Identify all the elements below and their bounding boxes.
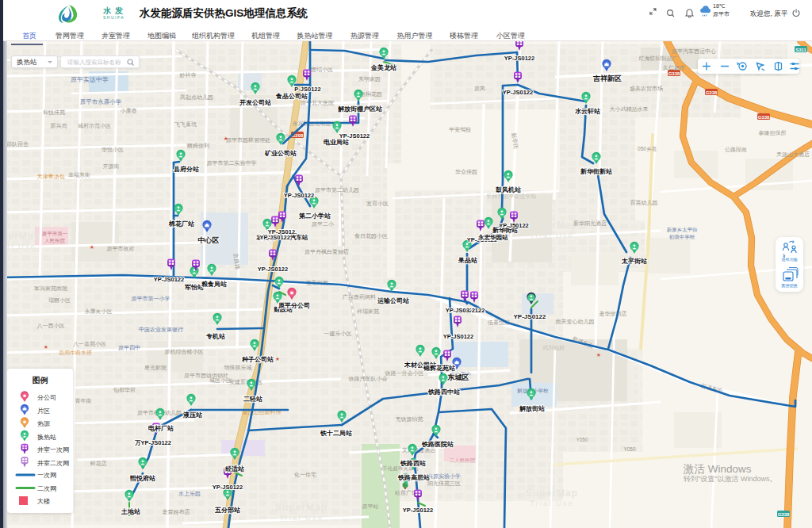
svg-text:原凤: 原凤 xyxy=(474,86,485,91)
svg-text:片区: 片区 xyxy=(37,407,50,415)
svg-text:YP-JS0122: YP-JS0122 xyxy=(514,313,546,320)
svg-text:军兴家苑南院: 军兴家苑南院 xyxy=(34,285,67,292)
svg-text:YP-JS0122: YP-JS0122 xyxy=(503,89,533,96)
svg-text:YP-JS0122: YP-JS0122 xyxy=(258,266,288,273)
svg-text:幸福东街: 幸福东街 xyxy=(68,172,90,178)
svg-text:太平街站: 太平街站 xyxy=(621,258,647,265)
svg-text:新原乡太平街: 新原乡太平街 xyxy=(667,227,699,233)
svg-text:八一嘉苑小区: 八一嘉苑小区 xyxy=(73,341,106,347)
svg-text:城区小区: 城区小区 xyxy=(209,377,232,383)
svg-text:金美龙站: 金美龙站 xyxy=(370,63,396,71)
svg-text:P-JS0122: P-JS0122 xyxy=(294,86,320,93)
svg-text:原平市园林管理处: 原平市园林管理处 xyxy=(226,136,270,143)
svg-text:中国农业发展银行: 中国农业发展银行 xyxy=(139,327,183,333)
svg-text:原平二小: 原平二小 xyxy=(312,221,334,227)
svg-text:五分部站: 五分部站 xyxy=(214,507,240,514)
svg-text:平安驾校: 平安驾校 xyxy=(449,127,471,132)
svg-text:明珠狭乐城: 明珠狭乐城 xyxy=(224,365,252,370)
svg-text:种子公司站: 种子公司站 xyxy=(241,356,274,363)
svg-text:铁路四中站: 铁路四中站 xyxy=(427,388,460,396)
svg-text:初级中学校: 初级中学校 xyxy=(669,234,695,239)
svg-text:原平市永康小学: 原平市永康小学 xyxy=(80,98,122,105)
svg-text:分公司: 分公司 xyxy=(37,394,56,401)
svg-text:食日花园小区: 食日花园小区 xyxy=(354,233,388,239)
svg-text:祥瑞家苑: 祥瑞家苑 xyxy=(357,308,379,315)
svg-text:原平汽车西运中心: 原平汽车西运中心 xyxy=(672,48,716,55)
svg-text:丽姆便利: 丽姆便利 xyxy=(187,143,209,149)
svg-text:原平市政府: 原平市政府 xyxy=(107,245,135,251)
svg-text:大小武精品水果: 大小武精品水果 xyxy=(610,106,649,113)
svg-text:中心区: 中心区 xyxy=(198,236,220,244)
svg-text:原平实达中学: 原平实达中学 xyxy=(71,76,109,83)
svg-text:天津章汤包: 天津章汤包 xyxy=(37,174,66,180)
svg-text:原平分公司: 原平分公司 xyxy=(278,302,310,309)
svg-text:华悦小区: 华悦小区 xyxy=(102,147,124,153)
svg-text:吉祥新区: 吉祥新区 xyxy=(592,75,622,82)
svg-text:和悦佳苑: 和悦佳苑 xyxy=(43,109,65,116)
svg-text:食品公司站: 食品公司站 xyxy=(275,93,308,100)
svg-text:★: ★ xyxy=(224,136,228,141)
svg-text:晋周牛肉水饺: 晋周牛肉水饺 xyxy=(59,350,92,356)
svg-text:YP-JS0122: YP-JS0122 xyxy=(284,192,314,199)
svg-text:Trial Use: Trial Use xyxy=(530,499,574,507)
svg-text:阳光佳苑三区: 阳光佳苑三区 xyxy=(427,480,461,487)
svg-text:Y050: Y050 xyxy=(623,446,636,452)
svg-text:YP-JS0122汽车站: YP-JS0122汽车站 xyxy=(260,234,308,241)
svg-text:★: ★ xyxy=(44,344,48,350)
svg-text:G338: G338 xyxy=(758,115,770,120)
svg-text:部队宿舍: 部队宿舍 xyxy=(6,140,29,147)
svg-text:东城区: 东城区 xyxy=(447,373,469,381)
svg-text:矿业公司站: 矿业公司站 xyxy=(264,149,297,157)
svg-text:熙悦府站: 熙悦府站 xyxy=(130,474,155,482)
svg-text:第二小学站: 第二小学站 xyxy=(298,212,331,220)
svg-text:原平市第一小学: 原平市第一小学 xyxy=(132,295,170,301)
svg-text:南关爱心幼儿园: 南关爱心幼儿园 xyxy=(556,318,595,325)
svg-text:★: ★ xyxy=(596,352,601,358)
svg-text:仙都华府: 仙都华府 xyxy=(113,387,136,393)
svg-text:井室二次网: 井室二次网 xyxy=(37,460,69,467)
svg-text:鼓风机站: 鼓风机站 xyxy=(495,186,521,193)
svg-text:原平北大医院: 原平北大医院 xyxy=(301,100,334,106)
svg-text:新华阳光酒店: 新华阳光酒店 xyxy=(573,220,607,227)
svg-text:G338: G338 xyxy=(668,71,680,76)
svg-text:原平市第一: 原平市第一 xyxy=(42,231,68,236)
svg-text:二轻站: 二轻站 xyxy=(243,396,262,403)
svg-text:YP-J50122: YP-J50122 xyxy=(499,222,529,229)
svg-text:铁路汽车队小会: 铁路汽车队小会 xyxy=(348,376,388,382)
svg-text:高起点幼儿园: 高起点幼儿园 xyxy=(180,94,213,101)
svg-text:大楼: 大楼 xyxy=(37,498,50,505)
svg-text:S311: S311 xyxy=(795,48,806,52)
svg-text:武川仙府: 武川仙府 xyxy=(542,345,565,351)
svg-text:原平四中: 原平四中 xyxy=(118,345,140,351)
svg-text:久仁超市: 久仁超市 xyxy=(663,64,685,71)
svg-text:运输公司站: 运输公司站 xyxy=(377,297,409,304)
svg-text:青年街: 青年街 xyxy=(75,398,92,404)
svg-text:水上乐园: 水上乐园 xyxy=(178,491,201,497)
svg-text:经适站: 经适站 xyxy=(224,465,244,473)
svg-text:万YP-JS0122: 万YP-JS0122 xyxy=(134,439,171,446)
svg-text:原平市第二实验中学: 原平市第二实验中学 xyxy=(207,159,257,166)
svg-text:YP-JS0122: YP-JS0122 xyxy=(213,484,243,491)
svg-text:二次网: 二次网 xyxy=(37,485,56,492)
svg-text:粮食局站: 粮食局站 xyxy=(201,281,227,288)
svg-text:棉花厂站: 棉花厂站 xyxy=(168,220,194,228)
svg-text:YP-JS0122: YP-JS0122 xyxy=(504,55,534,62)
svg-text:飞飞童玩: 飞飞童玩 xyxy=(174,121,197,128)
svg-text:原机综合楼小区: 原机综合楼小区 xyxy=(165,349,204,355)
svg-text:原平丹枫白鹭旅店: 原平丹枫白鹭旅店 xyxy=(304,248,349,255)
svg-text:永康友小区: 永康友小区 xyxy=(85,308,113,315)
svg-text:锦辉花苑站: 锦辉花苑站 xyxy=(423,365,455,372)
svg-text:无铁源怡苑: 无铁源怡苑 xyxy=(396,416,423,423)
svg-text:鲜花店: 鲜花店 xyxy=(90,460,107,467)
svg-text:果品站: 果品站 xyxy=(458,257,477,264)
svg-text:铁路医院站: 铁路医院站 xyxy=(421,441,454,448)
svg-text:老华便利店: 老华便利店 xyxy=(599,310,627,317)
svg-text:G338: G338 xyxy=(706,90,718,95)
svg-text:YP-JS0122: YP-JS0122 xyxy=(339,132,370,140)
svg-text:YP-JS0122: YP-JS0122 xyxy=(403,507,433,514)
svg-text:星光影院: 星光影院 xyxy=(144,365,167,371)
svg-text:Trial Use: Trial Use xyxy=(530,231,574,239)
svg-text:育英幼儿园: 育英幼儿园 xyxy=(630,199,658,206)
svg-text:050乡道: 050乡道 xyxy=(638,146,657,152)
svg-text:Y050: Y050 xyxy=(576,437,588,442)
